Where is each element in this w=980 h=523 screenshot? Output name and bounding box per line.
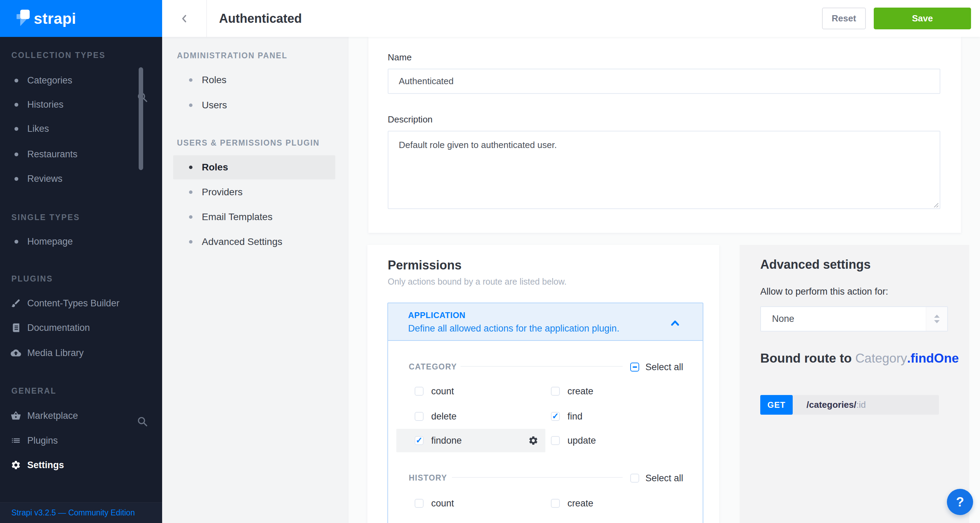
section-single-types: SINGLE TYPES: [0, 205, 162, 230]
route-path: /categories/:id: [807, 395, 866, 415]
strapi-logo-icon: [17, 9, 30, 29]
subnav-item-advanced-settings[interactable]: Advanced Settings: [162, 229, 348, 254]
subnav-section-users-permissions: USERS & PERMISSIONS PLUGIN: [162, 130, 348, 155]
strapi-admin-app: strapi COLLECTION TYPES Categories Histo…: [0, 0, 980, 523]
chevron-up-icon: [669, 317, 681, 329]
route-bar: GET /categories/:id: [760, 395, 939, 415]
settings-subnav: ADMINISTRATION PANEL Roles Users USERS &…: [162, 37, 348, 523]
application-accordion-body: CATEGORY ✓ Select all ✓ count ✓ create ✓…: [387, 341, 703, 523]
plugin-name: APPLICATION: [408, 310, 465, 320]
findone-settings-gear-icon[interactable]: [528, 436, 538, 446]
perm-history-count[interactable]: ✓ count: [415, 491, 454, 516]
sidebar-item-marketplace[interactable]: Marketplace: [0, 403, 162, 428]
section-collection-types: COLLECTION TYPES: [0, 43, 162, 68]
checkbox[interactable]: ✓: [551, 387, 560, 396]
bullet-icon: [189, 240, 192, 243]
save-button[interactable]: Save: [874, 8, 971, 29]
subnav-item-email-templates[interactable]: Email Templates: [162, 205, 348, 229]
chevron-left-icon: [178, 13, 190, 24]
divider: [452, 477, 623, 478]
description-label: Description: [388, 114, 433, 125]
checkbox[interactable]: ✓: [551, 499, 560, 508]
select-all-checkbox[interactable]: ✓: [630, 474, 639, 483]
bullet-icon: [14, 177, 18, 181]
checkbox[interactable]: ✓: [551, 412, 560, 421]
sidebar-item-reviews[interactable]: Reviews: [0, 166, 162, 191]
checkbox[interactable]: ✓: [415, 499, 423, 508]
checkbox[interactable]: ✓: [415, 387, 423, 396]
subnav-item-admin-roles[interactable]: Roles: [162, 68, 348, 92]
resize-grip-icon[interactable]: [930, 199, 939, 208]
application-accordion-header[interactable]: APPLICATION Define all allowed actions f…: [387, 302, 703, 341]
action-for-label: Allow to perform this action for:: [760, 286, 888, 297]
plugin-description: Define all allowed actions for the appli…: [408, 323, 619, 334]
sidebar-item-restaurants[interactable]: Restaurants: [0, 142, 162, 167]
bullet-icon: [189, 103, 192, 107]
name-input[interactable]: [388, 68, 940, 94]
checkbox[interactable]: ✓: [415, 436, 423, 445]
action-select-value: None: [772, 313, 794, 324]
sidebar-item-content-types-builder[interactable]: Content-Types Builder: [0, 291, 162, 316]
logo-wordmark: strapi: [34, 10, 76, 27]
basket-icon: [11, 410, 21, 421]
http-method-badge: GET: [760, 395, 793, 415]
indeterminate-mark: [633, 366, 637, 368]
checkbox[interactable]: ✓: [551, 436, 560, 445]
sidebar-footer: Strapi v3.2.5 — Community Edition: [0, 502, 162, 523]
select-all-checkbox[interactable]: ✓: [630, 362, 639, 372]
header-actions: Reset Save: [822, 8, 971, 29]
category-select-all[interactable]: ✓ Select all: [630, 354, 683, 380]
perm-category-count[interactable]: ✓ count: [415, 379, 454, 404]
sidebar-item-homepage[interactable]: Homepage: [0, 229, 162, 254]
book-icon: [11, 323, 21, 333]
perm-category-update[interactable]: ✓ update: [551, 428, 596, 453]
bound-route-heading: Bound route to Category.findOne: [760, 351, 959, 366]
description-textarea[interactable]: Default role given to authenticated user…: [388, 131, 940, 209]
subnav-section-administration-panel: ADMINISTRATION PANEL: [162, 43, 348, 68]
bound-route-action-link: .findOne: [907, 351, 959, 366]
bullet-icon: [14, 103, 18, 107]
subnav-item-providers[interactable]: Providers: [162, 180, 348, 205]
advanced-settings-title: Advanced settings: [760, 258, 871, 272]
permissions-subtitle: Only actions bound by a route are listed…: [388, 277, 566, 287]
bullet-icon: [189, 78, 192, 82]
main-sidebar: strapi COLLECTION TYPES Categories Histo…: [0, 0, 162, 523]
perm-category-findone[interactable]: ✓ findone: [415, 428, 462, 453]
name-label: Name: [388, 52, 412, 63]
strapi-logo[interactable]: strapi: [0, 0, 162, 37]
help-button[interactable]: ?: [947, 489, 973, 515]
perm-category-create[interactable]: ✓ create: [551, 379, 593, 404]
subnav-item-admin-users[interactable]: Users: [162, 93, 348, 118]
perm-category-find[interactable]: ✓ find: [551, 404, 582, 429]
history-select-all[interactable]: ✓ Select all: [630, 466, 683, 491]
bullet-icon: [14, 79, 18, 83]
sidebar-item-media-library[interactable]: Media Library: [0, 340, 162, 366]
bullet-icon: [189, 165, 192, 169]
permissions-title: Permissions: [388, 258, 461, 273]
subnav-item-up-roles[interactable]: Roles: [173, 155, 335, 180]
reset-button[interactable]: Reset: [822, 8, 866, 29]
select-arrows-icon: [926, 307, 947, 331]
perm-history-create[interactable]: ✓ create: [551, 491, 593, 516]
sidebar-item-documentation[interactable]: Documentation: [0, 315, 162, 340]
group-label-category: CATEGORY: [409, 362, 457, 372]
sidebar-item-settings[interactable]: Settings: [0, 453, 162, 477]
section-general: GENERAL: [0, 378, 162, 403]
divider: [460, 366, 623, 367]
bullet-icon: [14, 127, 18, 131]
checkbox[interactable]: ✓: [415, 412, 423, 421]
sidebar-item-plugins[interactable]: Plugins: [0, 428, 162, 453]
page-title: Authenticated: [219, 11, 302, 26]
bullet-icon: [14, 240, 18, 243]
group-label-history: HISTORY: [409, 473, 447, 483]
gear-icon: [11, 460, 21, 470]
bullet-icon: [189, 215, 192, 219]
sidebar-item-likes[interactable]: Likes: [0, 116, 162, 141]
action-select[interactable]: None: [760, 306, 948, 332]
sidebar-item-histories[interactable]: Histories: [0, 92, 162, 117]
bullet-icon: [14, 153, 18, 156]
back-button[interactable]: [162, 0, 207, 37]
perm-category-delete[interactable]: ✓ delete: [415, 404, 457, 429]
version-link[interactable]: Strapi v3.2.5 — Community Edition: [11, 508, 135, 517]
sidebar-item-categories[interactable]: Categories: [0, 68, 162, 93]
